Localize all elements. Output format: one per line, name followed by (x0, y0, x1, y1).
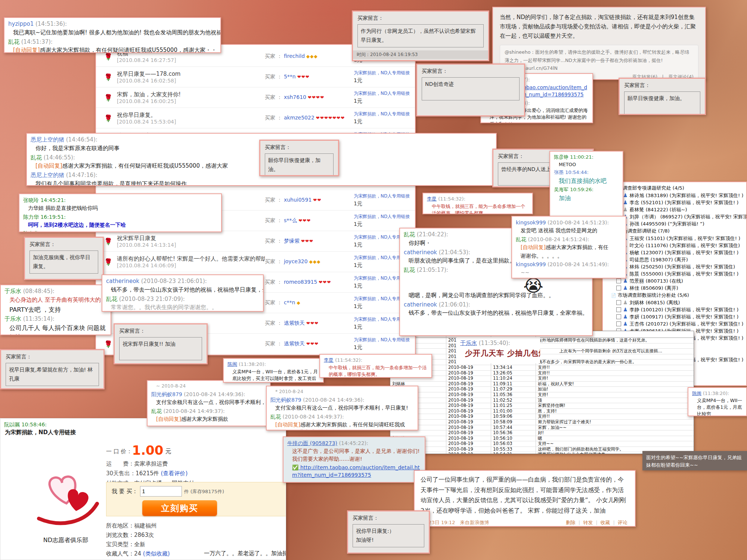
weibo-actions: 删除|转发|收藏|评论 (564, 519, 629, 527)
see-reviews-link[interactable]: (查看评价) (159, 470, 187, 477)
table-cell: 13:34:14 (491, 365, 536, 370)
buyer-name[interactable]: akmze5022 (284, 115, 314, 121)
table-cell: 2010-08-19 (446, 447, 491, 452)
chat-message: 公司几千人 每人捐个百来块 问题就解决了 (9, 324, 107, 335)
tree-member[interactable]: ♟叶文沁 (111076) (为宋辉祈福，祝平安! 宋辉顶住) (606, 242, 745, 249)
table-row: 2010-08-1910:59:06支持!! (390, 414, 694, 420)
buyer-label: 买家 ： (265, 94, 284, 100)
chat-sender-line: 阳光蚂蚁879 (2010-08-24 14:49:36): (151, 391, 266, 398)
tree-member[interactable]: ♟林炜 (250250) (为宋辉祈福，祝平安! 宋辉顶住) (606, 263, 745, 270)
member-checkbox[interactable] (616, 279, 621, 283)
buyer-name[interactable]: xuhui0591 (284, 197, 311, 203)
table-cell: 2010-08-19 (446, 452, 491, 454)
similar-favorites-link[interactable]: (类似收藏) (141, 550, 170, 557)
member-checkbox[interactable] (616, 314, 621, 319)
buyer-name[interactable]: 逃紫轶天 (284, 340, 305, 346)
table-cell: 2010-08-19 (446, 398, 491, 403)
chat-message: ~ 2010-8-24 (156, 383, 266, 389)
buyer-name[interactable]: 梦缘紫 (284, 238, 300, 244)
buyer-name[interactable]: 逃紫轶天 (284, 320, 305, 326)
table-cell (536, 354, 694, 360)
rose-icon: 🌹 (100, 53, 117, 60)
chat-sender-line: 于乐水 (11:35:40): (460, 339, 536, 348)
table-row: 王福安2010-08-1913:55:37在外地的陈师傅同学也在问我捐款的事情，… (390, 338, 694, 343)
chat-sender-line: 于乐水 (08:48:45): (4, 287, 107, 296)
tree-member[interactable]: ♟李静 (100120) (为宋辉祈福，祝平安! 宋辉顶住! ) (606, 306, 745, 313)
chat-sender-line: kingsok999 (2010-08-24 14:51:23): (516, 219, 622, 226)
table-cell: 支持~~ (536, 441, 694, 447)
donation-item-link[interactable]: 为宋辉捐款，ND人专用链接 (354, 70, 411, 76)
lixing-box-top: 李星 (11:54:32):中午取钱，就捐三百，能为一条命多增加一个活的概率，哪… (422, 193, 533, 214)
chat-link[interactable]: ✅ http://item.taobao.com/auction/item_de… (292, 464, 420, 478)
buyer-name[interactable]: xsh7610 (284, 94, 306, 100)
table-cell: 2010-08-19 (446, 376, 491, 381)
tree-group[interactable]: 📄市场调查部调研处 (7/8) (606, 227, 745, 235)
auto-reply-tag: [自动回复] (156, 416, 181, 422)
tree-member[interactable]: ♟刘炳林 (60815) (离线) (606, 299, 745, 306)
chat-message: 我已离职~记住加他要加油啊! 很多人都为他加油的! 我也会发动周围的朋友为他祝福… (13, 29, 217, 37)
tree-member[interactable]: ♟杨敏 (123007) (为宋辉祈福，祝平安! 宋辉顶住! ) (606, 249, 745, 256)
chat-sender-name: catherineok (404, 249, 437, 256)
donation-item-link[interactable]: 为宋辉捐款，ND人专用链接 (354, 214, 411, 220)
tree-member[interactable]: ♟林佳 (850609) (离开) (606, 284, 745, 292)
tree-group[interactable]: 📄场调查部专项课题研究处 (4/5) (606, 184, 745, 192)
lixing-box-bottom: 李星 (11:54:32):中午取钱，就捐三百，能为一条命多增加一个活的概率，哪… (319, 354, 432, 378)
buyer-name[interactable]: joyce320 (284, 258, 308, 264)
tree-member[interactable]: ♟林诗旭 (383189) (为宋辉祈福，祝平安! 宋辉顶住! ) (606, 192, 745, 199)
donation-item-link[interactable]: 为宋辉捐款，ND人专用链接 (354, 90, 411, 97)
donation-message-cell: 祝早日康复——178.com[2010.08.24 16:02:58] (117, 71, 265, 84)
member-checkbox[interactable] (616, 286, 621, 290)
kingsok-chat: kingsok999 (2010-08-24 14:51:23):发货吧 送祝福… (511, 216, 626, 279)
weibo-action-4[interactable]: 评论 (618, 520, 627, 525)
buy-now-button[interactable]: 立刻购买 (142, 500, 217, 516)
buyer-label: 买家 ： (265, 74, 284, 80)
member-checkbox[interactable] (616, 300, 621, 305)
weibo-footer: 8月23日 19:12 来自新浪微博删除|转发|收藏|评论 (421, 519, 629, 527)
tree-group[interactable]: 📄市场调查部数据统计分析处 (5/6) (606, 292, 745, 299)
chenmin-box-left: 陈闽 (11:38:20):义卖MP4一台，WII一台，底价各1元，月底比较穷，… (223, 358, 324, 383)
buyer-cell: 买家 ： akmze5022❤❤❤❤❤❤❤ (265, 115, 354, 121)
tree-member[interactable]: ♟王福安 (15101) (为宋辉祈福，祝平安! 宋辉顶住! ) (606, 235, 745, 242)
weibo-action-2[interactable]: 转发 (583, 520, 593, 525)
chat-sender-name: hyzippo1 (8, 21, 34, 27)
tree-member[interactable]: ♟孙强 (4495509) (“为宋辉祈福! ”) (606, 220, 745, 227)
table-row: 2010-08-1910:57:44宋辉，加油~~ (390, 425, 694, 431)
donation-item-link[interactable]: 为宋辉捐款，ND人专用链接 (354, 337, 411, 343)
buyer-name[interactable]: 5**n (284, 74, 296, 80)
tree-member[interactable]: ♟刘异（市调） (869527) (为宋辉祈福，祝平安! 宋辉顶住! ) (606, 213, 745, 220)
buyer-name[interactable]: romeo83915 (284, 279, 317, 285)
weibo-action-1[interactable]: 删除 (566, 520, 576, 525)
tree-member[interactable]: ♟李念 (552101) (为宋辉祈福，祝平安! 宋辉顶住! ) (606, 199, 745, 206)
tree-member[interactable]: ♟司徒思思 (198307) (离开) (606, 256, 745, 263)
buyer-name[interactable]: s**么 (284, 217, 297, 223)
tree-member[interactable]: ♟王杏伟 (201072) (为宋辉祈福，祝平安! 宋辉顶住! ) (606, 320, 745, 327)
chat-sender-name: catherineok (106, 278, 139, 284)
buyer-name[interactable]: firechild (284, 53, 305, 59)
tree-member[interactable]: ♟蔡林鸶 (841222) (祈福~) (606, 206, 745, 213)
member-icon: ♟ (623, 192, 628, 199)
chat-message: PARTY去吧 ，支持 (9, 305, 107, 314)
buyer-note-recover-tr: 买家留言：願早日恢復健康，加油。 (619, 78, 706, 115)
member-checkbox[interactable] (616, 321, 621, 326)
chat-message: 发货吧 送祝福 我也曾经是网龙的 (521, 227, 622, 234)
donation-item-link[interactable]: 为宋辉捐款，ND人专用链接 (354, 193, 411, 199)
chat-message: 为宋辉捐款，ND人专用链接 (5, 429, 282, 436)
chat-sender-name: 乱花 (404, 231, 415, 238)
tree-member[interactable]: ♟李妍 (100917) (为宋辉祈福，祝平安! 宋辉顶住! ) (606, 313, 745, 320)
member-checkbox[interactable] (616, 307, 621, 312)
buyer-name[interactable]: c**n (284, 299, 295, 305)
buyer-note-body: 祝你早日康复:）加油呀! (353, 524, 424, 547)
buyer-label: 买家 ： (265, 279, 284, 285)
table-row: 2010-08-1911:10:24支持! (390, 376, 694, 382)
table-cell: 支持! (536, 376, 694, 381)
weibo-action-3[interactable]: 收藏 (601, 520, 610, 525)
buyer-note-text: 祝宋辉早日康复!! 加油 (123, 340, 199, 349)
chat-sender-line: 乱花 (14:51:37): (8, 38, 217, 46)
tree-member[interactable]: ♟陈晨 (555000) (为宋辉祈福，祝平安! 宋辉顶住! ) (606, 270, 745, 277)
chat-message: 加油 (559, 194, 619, 202)
donation-item-link[interactable]: 为宋辉捐款，ND人专用链接 (354, 111, 411, 117)
quantity-input[interactable] (140, 486, 182, 497)
item-meta: 所在地区：福建福州浏览次数：2863次宝贝类型：全新收藏人气：24 (类似收藏) (106, 520, 170, 560)
tree-member[interactable]: ♟范景丽 (800713) (在线) (606, 277, 745, 284)
chat-message: 支付宝余额只有这么一点，祝你同事手术顺利，早日康复! (156, 398, 266, 406)
